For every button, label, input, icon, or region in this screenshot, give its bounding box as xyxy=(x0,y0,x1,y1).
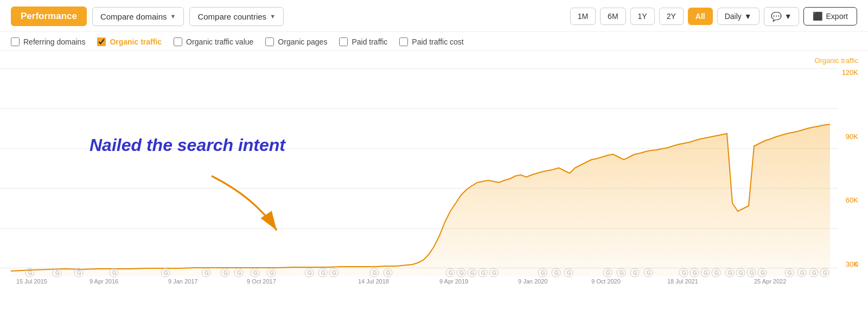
svg-text:G: G xyxy=(253,270,258,276)
toolbar-right: 1M 6M 1Y 2Y All Daily ▼ 💬 ▼ ⬛ Export xyxy=(570,7,857,26)
svg-text:18 Jul 2021: 18 Jul 2021 xyxy=(667,278,698,285)
svg-text:9 Oct 2017: 9 Oct 2017 xyxy=(247,278,276,285)
y-label-zero: 0 xyxy=(854,260,858,268)
svg-text:9 Jan 2020: 9 Jan 2020 xyxy=(518,278,547,285)
organic-pages-checkbox[interactable] xyxy=(265,37,274,46)
chart-area: Organic traffic 120K 90K 60K 30K 0 xyxy=(0,51,868,285)
daily-label: Daily xyxy=(725,12,742,21)
export-button[interactable]: ⬛ Export xyxy=(803,7,857,26)
svg-text:9 Apr 2016: 9 Apr 2016 xyxy=(90,278,118,285)
svg-text:G: G xyxy=(750,270,754,276)
time-2y-button[interactable]: 2Y xyxy=(659,8,684,25)
compare-countries-button[interactable]: Compare countries ▼ xyxy=(189,7,284,26)
filter-organic-pages[interactable]: Organic pages xyxy=(265,37,327,46)
svg-text:G: G xyxy=(205,270,209,276)
annotation-arrow xyxy=(179,165,298,241)
svg-text:25 Apr 2022: 25 Apr 2022 xyxy=(754,278,786,285)
svg-text:G: G xyxy=(481,270,486,276)
comment-icon: 💬 xyxy=(771,11,782,22)
svg-text:G: G xyxy=(739,270,743,276)
svg-text:G: G xyxy=(812,270,816,276)
paid-traffic-label: Paid traffic xyxy=(352,37,387,46)
compare-domains-label: Compare domains xyxy=(100,12,167,21)
chart-svg: G G G G G G G G G G G G G G G G G G G G … xyxy=(0,51,838,285)
svg-text:9 Jan 2017: 9 Jan 2017 xyxy=(168,278,197,285)
svg-text:G: G xyxy=(554,270,559,276)
organic-traffic-value-label: Organic traffic value xyxy=(186,37,253,46)
svg-text:G: G xyxy=(714,270,719,276)
svg-text:G: G xyxy=(541,270,545,276)
svg-text:G: G xyxy=(237,270,241,276)
paid-traffic-cost-checkbox[interactable] xyxy=(399,37,408,46)
y-label-120k: 120K xyxy=(842,68,858,77)
svg-text:G: G xyxy=(55,270,60,276)
filter-organic-traffic[interactable]: Organic traffic xyxy=(97,37,162,46)
svg-text:G: G xyxy=(308,270,312,276)
svg-text:15 Jul 2015: 15 Jul 2015 xyxy=(16,278,47,285)
svg-text:G: G xyxy=(823,270,827,276)
svg-text:G: G xyxy=(704,270,708,276)
svg-text:G: G xyxy=(77,270,81,276)
organic-traffic-checkbox[interactable] xyxy=(97,37,106,46)
organic-traffic-value-checkbox[interactable] xyxy=(174,37,182,46)
svg-text:G: G xyxy=(800,270,805,276)
svg-text:G: G xyxy=(112,270,117,276)
referring-domains-checkbox[interactable] xyxy=(11,37,20,46)
time-all-button[interactable]: All xyxy=(688,8,713,25)
svg-text:9 Oct 2020: 9 Oct 2020 xyxy=(591,278,621,285)
comment-button[interactable]: 💬 ▼ xyxy=(764,7,799,26)
organic-traffic-label: Organic traffic xyxy=(110,37,162,46)
organic-pages-label: Organic pages xyxy=(278,37,327,46)
svg-text:9 Apr 2019: 9 Apr 2019 xyxy=(439,278,468,285)
compare-countries-arrow-icon: ▼ xyxy=(270,13,276,20)
toolbar-left: Performance Compare domains ▼ Compare co… xyxy=(11,7,284,26)
svg-text:G: G xyxy=(567,270,571,276)
daily-button[interactable]: Daily ▼ xyxy=(717,8,760,25)
time-1y-button[interactable]: 1Y xyxy=(630,8,655,25)
comment-arrow-icon: ▼ xyxy=(784,12,792,21)
compare-domains-arrow-icon: ▼ xyxy=(170,13,176,20)
filter-bar: Referring domains Organic traffic Organi… xyxy=(0,32,868,51)
compare-domains-button[interactable]: Compare domains ▼ xyxy=(92,7,184,26)
svg-text:G: G xyxy=(373,270,377,276)
svg-text:G: G xyxy=(321,270,326,276)
time-1m-button[interactable]: 1M xyxy=(570,8,596,25)
export-icon: ⬛ xyxy=(813,11,823,21)
svg-text:G: G xyxy=(492,270,496,276)
toolbar: Performance Compare domains ▼ Compare co… xyxy=(0,0,868,32)
svg-text:G: G xyxy=(459,270,464,276)
svg-text:G: G xyxy=(647,270,651,276)
svg-text:G: G xyxy=(164,270,168,276)
svg-text:G: G xyxy=(728,270,732,276)
svg-text:G: G xyxy=(28,270,33,276)
svg-text:G: G xyxy=(633,270,637,276)
svg-text:G: G xyxy=(761,270,765,276)
filter-paid-traffic-cost[interactable]: Paid traffic cost xyxy=(399,37,463,46)
daily-arrow-icon: ▼ xyxy=(744,12,752,21)
x-axis-labels: 15 Jul 2015 9 Apr 2016 9 Jan 2017 9 Oct … xyxy=(16,278,786,285)
svg-text:14 Jul 2018: 14 Jul 2018 xyxy=(358,278,389,285)
filter-paid-traffic[interactable]: Paid traffic xyxy=(339,37,387,46)
annotation-text: Nailed the search intent xyxy=(90,135,285,155)
svg-text:G: G xyxy=(470,270,475,276)
svg-text:G: G xyxy=(332,270,336,276)
svg-text:G: G xyxy=(270,270,274,276)
export-label: Export xyxy=(826,12,848,21)
svg-text:G: G xyxy=(788,270,792,276)
referring-domains-label: Referring domains xyxy=(23,37,85,46)
svg-text:G: G xyxy=(386,270,391,276)
filter-referring-domains[interactable]: Referring domains xyxy=(11,37,85,46)
compare-countries-label: Compare countries xyxy=(197,12,266,21)
svg-text:G: G xyxy=(620,270,624,276)
y-label-90k: 90K xyxy=(842,133,858,141)
svg-text:G: G xyxy=(224,270,228,276)
time-6m-button[interactable]: 6M xyxy=(600,8,626,25)
svg-text:G: G xyxy=(449,270,453,276)
paid-traffic-checkbox[interactable] xyxy=(339,37,348,46)
paid-traffic-cost-label: Paid traffic cost xyxy=(412,37,463,46)
y-axis: 120K 90K 60K 30K xyxy=(842,51,858,285)
filter-organic-traffic-value[interactable]: Organic traffic value xyxy=(174,37,253,46)
svg-text:G: G xyxy=(682,270,686,276)
svg-text:G: G xyxy=(606,270,610,276)
performance-button[interactable]: Performance xyxy=(11,7,87,26)
